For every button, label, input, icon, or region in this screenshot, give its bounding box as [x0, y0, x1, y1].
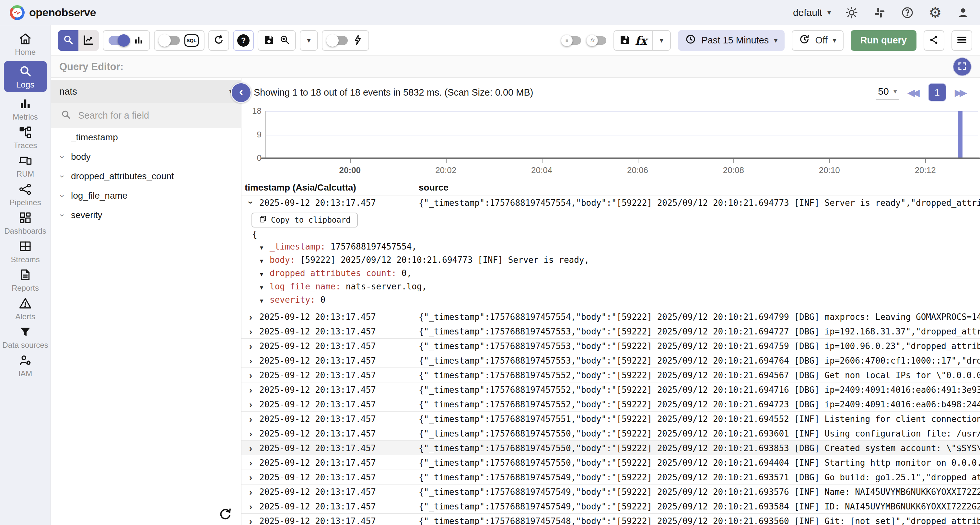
sidebar-item-reports[interactable]: Reports	[0, 266, 51, 294]
sidebar-item-alerts[interactable]: Alerts	[0, 294, 51, 323]
chevron-down-icon[interactable]: ›	[246, 201, 256, 204]
log-row[interactable]: ›2025-09-12 20:13:17.457{"_timestamp":17…	[242, 485, 980, 499]
chevron-down-icon[interactable]: ›	[57, 191, 67, 200]
sidebar-item-rum[interactable]: RUM	[0, 152, 51, 180]
current-page-button[interactable]: 1	[928, 83, 946, 102]
log-row[interactable]: ›2025-09-12 20:13:17.457{"_timestamp":17…	[242, 324, 980, 339]
user-icon[interactable]	[956, 5, 970, 20]
chevron-right-icon[interactable]: ›	[249, 385, 252, 395]
collapse-triangle-icon[interactable]: ▼	[260, 255, 270, 267]
auto-refresh-selector[interactable]: Off ▾	[792, 30, 843, 51]
vrl-function-toggle[interactable]: fx	[588, 36, 606, 45]
log-row[interactable]: ›2025-09-12 20:13:17.457{"_timestamp":17…	[242, 426, 980, 441]
chevron-right-icon[interactable]: ›	[249, 356, 252, 366]
field-item-log_file_name[interactable]: ›log_file_name	[51, 186, 241, 205]
json-entry: ▼log_file_name: nats-server.log,	[251, 280, 980, 294]
reset-filters-button[interactable]	[208, 30, 229, 51]
chevron-right-icon[interactable]: ›	[249, 341, 252, 352]
sidebar-item-iam[interactable]: IAM	[0, 351, 51, 380]
chevron-right-icon[interactable]: ›	[249, 473, 252, 483]
log-row[interactable]: ›2025-09-12 20:13:17.457{"_timestamp":17…	[242, 397, 980, 412]
log-row[interactable]: ›2025-09-12 20:13:17.457{"_timestamp":17…	[242, 412, 980, 426]
log-row[interactable]: ›2025-09-12 20:13:17.457{"_timestamp":17…	[242, 499, 980, 514]
sql-mode-toggle[interactable]	[160, 36, 180, 45]
function-dropdown-button[interactable]: ▾	[652, 30, 671, 51]
log-row-expanded[interactable]: › 2025-09-12 20:13:17.457 {"_timestamp":…	[242, 196, 980, 210]
chevron-right-icon[interactable]: ›	[249, 371, 252, 381]
log-row[interactable]: ›2025-09-12 20:13:17.457{"_timestamp":17…	[242, 368, 980, 382]
chevron-right-icon[interactable]: ›	[249, 502, 252, 512]
log-row[interactable]: ›2025-09-12 20:13:17.457{"_timestamp":17…	[242, 339, 980, 353]
chevron-right-icon[interactable]: ›	[249, 443, 252, 454]
slack-icon[interactable]	[872, 5, 887, 20]
previous-page-icon[interactable]: ◀◀	[907, 87, 920, 98]
field-search-input[interactable]	[78, 110, 221, 121]
wrap-lines-toggle[interactable]: ≡	[563, 36, 581, 45]
field-item-body[interactable]: ›body	[51, 147, 241, 167]
more-menu-button[interactable]	[951, 30, 972, 51]
help-icon[interactable]	[900, 5, 915, 20]
collapse-triangle-icon[interactable]: ▼	[260, 294, 270, 307]
run-query-button[interactable]: Run query	[851, 30, 916, 51]
copy-to-clipboard-button[interactable]: Copy to clipboard	[251, 213, 358, 228]
chevron-right-icon[interactable]: ›	[249, 312, 252, 323]
field-item-dropped_attributes_count[interactable]: ›dropped_attributes_count	[51, 167, 241, 186]
expand-query-editor-button[interactable]	[953, 57, 972, 76]
sidebar-item-streams[interactable]: Streams	[0, 237, 51, 266]
query-help-button[interactable]: ?	[233, 30, 254, 51]
chevron-right-icon[interactable]: ›	[249, 429, 252, 439]
bar-chart-icon	[133, 34, 144, 47]
saved-views-dropdown-button[interactable]: ▾	[300, 30, 318, 51]
chevron-right-icon[interactable]: ›	[249, 399, 252, 410]
sidebar-item-pipelines[interactable]: Pipelines	[0, 180, 51, 209]
settings-gear-icon[interactable]: ⚙	[928, 5, 942, 20]
log-row[interactable]: ›2025-09-12 20:13:17.457{"_timestamp":17…	[242, 353, 980, 368]
chevron-down-icon[interactable]: ›	[57, 153, 67, 161]
sidebar-item-metrics[interactable]: Metrics	[0, 95, 51, 123]
chevron-down-icon[interactable]: ›	[57, 211, 67, 220]
sidebar-item-home[interactable]: Home	[0, 30, 51, 58]
fx-small-icon: fx	[586, 35, 598, 46]
org-selector[interactable]: default ▾	[793, 7, 831, 18]
quick-mode-toggle[interactable]	[328, 36, 348, 45]
saved-search-icon[interactable]	[279, 34, 290, 47]
collapse-triangle-icon[interactable]: ▼	[260, 281, 270, 294]
theme-sun-icon[interactable]	[845, 5, 859, 20]
histogram-chart[interactable]: 189020:0020:0220:0420:0620:0820:1020:12	[242, 107, 980, 180]
sidebar-item-dashboards[interactable]: Dashboards	[0, 209, 51, 237]
histogram-toggle[interactable]	[108, 36, 129, 45]
log-source: {"_timestamp":1757688197457550,"body":"[…	[419, 458, 980, 468]
log-row[interactable]: ›2025-09-12 20:13:17.457{"_timestamp":17…	[242, 310, 980, 324]
save-icon[interactable]	[264, 34, 275, 47]
log-row[interactable]: ›2025-09-12 20:13:17.457{"_timestamp":17…	[242, 455, 980, 470]
histogram-bar[interactable]	[958, 111, 963, 158]
chevron-right-icon[interactable]: ›	[249, 458, 252, 468]
search-mode-button[interactable]	[58, 30, 78, 51]
chevron-down-icon[interactable]: ›	[57, 172, 67, 180]
log-source: {"_timestamp":1757688197457548,"body":"[…	[419, 516, 980, 525]
chart-mode-button[interactable]	[78, 30, 99, 51]
sidebar-item-traces[interactable]: Traces	[0, 123, 51, 152]
chevron-right-icon[interactable]: ›	[249, 516, 252, 525]
log-row[interactable]: ›2025-09-12 20:13:17.457{"_timestamp":17…	[242, 441, 980, 455]
save-icon[interactable]	[619, 34, 630, 47]
chevron-right-icon[interactable]: ›	[249, 414, 252, 425]
field-item-_timestamp[interactable]: ›_timestamp	[51, 128, 241, 147]
sidebar-item-logs[interactable]: Logs	[4, 61, 47, 92]
collapse-fields-panel-button[interactable]: ‹	[231, 82, 251, 103]
chevron-right-icon[interactable]: ›	[249, 327, 252, 337]
stream-selector[interactable]: nats ▾	[51, 80, 241, 103]
field-item-severity[interactable]: ›severity	[51, 205, 241, 225]
log-row[interactable]: ›2025-09-12 20:13:17.457{"_timestamp":17…	[242, 514, 980, 525]
chevron-right-icon[interactable]: ›	[249, 487, 252, 498]
log-row[interactable]: ›2025-09-12 20:13:17.457{"_timestamp":17…	[242, 382, 980, 397]
time-range-picker[interactable]: Past 15 Minutes ▾	[678, 30, 784, 51]
collapse-triangle-icon[interactable]: ▼	[260, 242, 270, 254]
next-page-icon[interactable]: ▶▶	[955, 87, 967, 98]
sidebar-item-data-sources[interactable]: Data sources	[0, 323, 51, 351]
log-row[interactable]: ›2025-09-12 20:13:17.457{"_timestamp":17…	[242, 470, 980, 485]
page-size-selector[interactable]: 50 ▾	[876, 84, 899, 100]
collapse-triangle-icon[interactable]: ▼	[260, 268, 270, 280]
share-button[interactable]	[924, 30, 944, 51]
refresh-fields-icon[interactable]	[218, 507, 233, 522]
